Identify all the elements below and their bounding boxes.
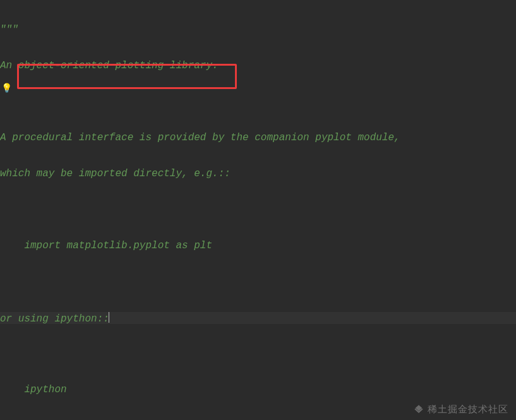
code-line[interactable]: which may be imported directly, e.g.:: [0,168,516,180]
code-line[interactable] [0,96,516,108]
juejin-logo-icon [414,404,424,414]
code-line[interactable]: An object-oriented plotting library. [0,60,516,72]
watermark: 稀土掘金技术社区 [414,403,508,415]
code-editor[interactable]: """ An object-oriented plotting library.… [0,0,516,420]
text-caret [109,312,109,323]
code-line[interactable]: A procedural interface is provided by th… [0,132,516,144]
code-line[interactable]: import matplotlib.pyplot as plt [0,240,516,252]
code-line[interactable]: ipython [0,384,516,396]
code-text: or using ipython:: [0,313,109,325]
intention-bulb-icon[interactable]: 💡 [1,83,12,95]
code-line-current[interactable]: or using ipython:: [0,312,516,324]
code-line[interactable] [0,348,516,360]
code-line[interactable]: """ [0,24,516,36]
watermark-text: 稀土掘金技术社区 [428,403,508,415]
code-line[interactable] [0,276,516,288]
code-line[interactable] [0,204,516,216]
